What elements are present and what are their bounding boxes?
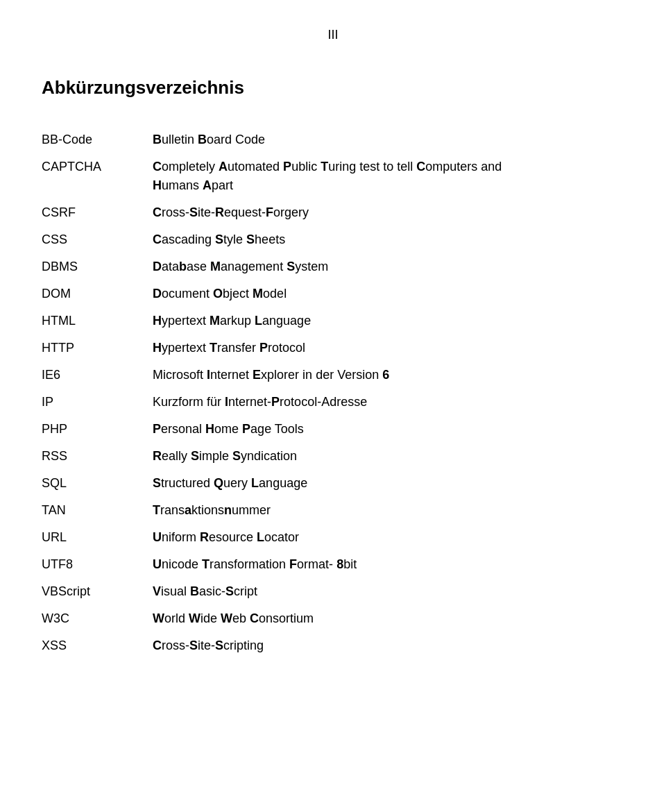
abbreviation-term: PHP (42, 416, 153, 443)
abbreviation-definition: Document Object Model (153, 280, 624, 307)
abbreviation-definition: Visual Basic-Script (153, 578, 624, 605)
abbreviation-definition: Completely Automated Public Turing test … (153, 153, 624, 199)
list-item: IPKurzform für Internet-Protocol-Adresse (42, 389, 624, 416)
list-item: CAPTCHACompletely Automated Public Turin… (42, 153, 624, 199)
abbreviation-definition: Bulletin Board Code (153, 126, 624, 153)
abbreviation-term: VBScript (42, 578, 153, 605)
abbreviation-term: TAN (42, 497, 153, 524)
list-item: SQLStructured Query Language (42, 470, 624, 497)
abbreviation-term: DBMS (42, 253, 153, 280)
abbreviation-term: W3C (42, 605, 153, 632)
list-item: BB-CodeBulletin Board Code (42, 126, 624, 153)
abbreviation-term: BB-Code (42, 126, 153, 153)
page-title: Abkürzungsverzeichnis (42, 77, 624, 99)
abbreviation-term: HTTP (42, 335, 153, 362)
abbreviation-term: CAPTCHA (42, 153, 153, 199)
abbreviation-table: BB-CodeBulletin Board CodeCAPTCHAComplet… (42, 126, 624, 659)
abbreviation-definition: Database Management System (153, 253, 624, 280)
abbreviation-term: SQL (42, 470, 153, 497)
abbreviation-definition: Uniform Resource Locator (153, 524, 624, 551)
list-item: DOMDocument Object Model (42, 280, 624, 307)
abbreviation-term: HTML (42, 307, 153, 335)
abbreviation-term: UTF8 (42, 551, 153, 578)
abbreviation-definition: Personal Home Page Tools (153, 416, 624, 443)
abbreviation-definition: Kurzform für Internet-Protocol-Adresse (153, 389, 624, 416)
abbreviation-definition: Cross-Site-Request-Forgery (153, 199, 624, 226)
abbreviation-definition: Hypertext Markup Language (153, 307, 624, 335)
abbreviation-term: RSS (42, 443, 153, 470)
list-item: RSSReally Simple Syndication (42, 443, 624, 470)
abbreviation-definition: Microsoft Internet Explorer in der Versi… (153, 362, 624, 389)
abbreviation-term: DOM (42, 280, 153, 307)
abbreviation-definition: Hypertext Transfer Protocol (153, 335, 624, 362)
abbreviation-term: URL (42, 524, 153, 551)
abbreviation-definition: Unicode Transformation Format- 8bit (153, 551, 624, 578)
list-item: W3CWorld Wide Web Consortium (42, 605, 624, 632)
abbreviation-term: IE6 (42, 362, 153, 389)
list-item: TANTransaktionsnummer (42, 497, 624, 524)
list-item: CSRFCross-Site-Request-Forgery (42, 199, 624, 226)
abbreviation-term: XSS (42, 632, 153, 659)
abbreviation-term: IP (42, 389, 153, 416)
list-item: XSSCross-Site-Scripting (42, 632, 624, 659)
list-item: IE6Microsoft Internet Explorer in der Ve… (42, 362, 624, 389)
list-item: VBScriptVisual Basic-Script (42, 578, 624, 605)
abbreviation-definition: Structured Query Language (153, 470, 624, 497)
abbreviation-term: CSS (42, 226, 153, 253)
abbreviation-term: CSRF (42, 199, 153, 226)
abbreviation-definition: Transaktionsnummer (153, 497, 624, 524)
abbreviation-definition: Really Simple Syndication (153, 443, 624, 470)
page-number: III (42, 28, 624, 42)
list-item: PHPPersonal Home Page Tools (42, 416, 624, 443)
list-item: URLUniform Resource Locator (42, 524, 624, 551)
abbreviation-definition: Cross-Site-Scripting (153, 632, 624, 659)
list-item: UTF8Unicode Transformation Format- 8bit (42, 551, 624, 578)
abbreviation-definition: World Wide Web Consortium (153, 605, 624, 632)
abbreviation-definition: Cascading Style Sheets (153, 226, 624, 253)
list-item: HTTPHypertext Transfer Protocol (42, 335, 624, 362)
list-item: CSSCascading Style Sheets (42, 226, 624, 253)
list-item: DBMSDatabase Management System (42, 253, 624, 280)
list-item: HTMLHypertext Markup Language (42, 307, 624, 335)
